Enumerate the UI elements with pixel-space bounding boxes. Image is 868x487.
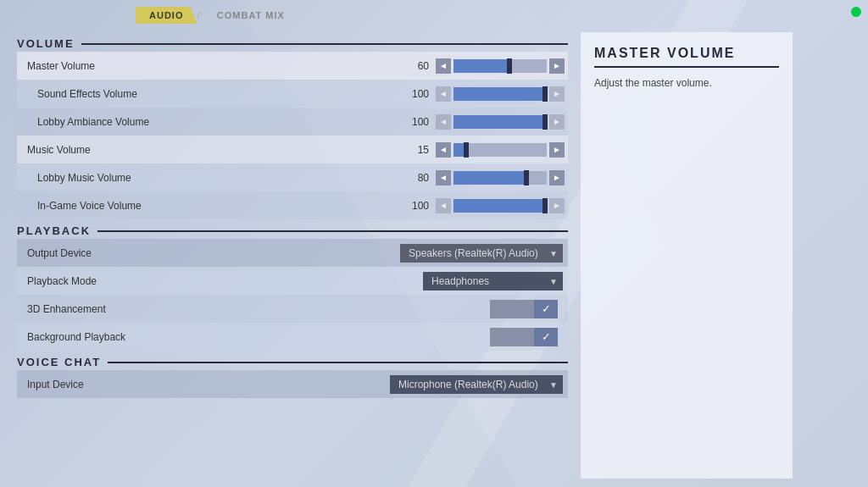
lobby-ambiance-track[interactable]	[453, 115, 547, 129]
master-volume-increase[interactable]: ►	[549, 58, 565, 74]
3d-enhancement-checkbox-cell: ✓	[490, 300, 563, 318]
sfx-volume-label: Sound Effects Volume	[27, 88, 400, 100]
playback-section-title: PLAYBACK	[17, 224, 97, 237]
content-area: VOLUME Master Volume 60 ◄ ►	[0, 24, 868, 487]
playback-mode-label: Playback Mode	[17, 275, 423, 287]
lobby-music-value: 80	[400, 172, 432, 184]
playback-section-header: PLAYBACK	[17, 224, 568, 237]
tab-combat-label: COMBAT MIX	[217, 10, 285, 20]
right-panel-description: Adjust the master volume.	[594, 76, 779, 91]
tab-combat[interactable]: COMBAT MIX	[200, 7, 298, 24]
ingame-voice-row: In-Game Voice Volume 100 ◄ ►	[17, 191, 568, 219]
music-volume-value: 15	[400, 144, 432, 156]
voice-chat-section: VOICE CHAT Input Device Microphone (Real…	[17, 356, 568, 398]
lobby-ambiance-decrease[interactable]: ◄	[436, 114, 451, 130]
lobby-music-label: Lobby Music Volume	[27, 172, 400, 184]
ingame-voice-track[interactable]	[453, 199, 547, 213]
3d-enhancement-label: 3D Enhancement	[17, 303, 490, 315]
left-panel: VOLUME Master Volume 60 ◄ ►	[17, 32, 568, 479]
sfx-volume-track[interactable]	[453, 87, 547, 101]
master-volume-row: Master Volume 60 ◄ ►	[17, 52, 568, 80]
voice-chat-section-title: VOICE CHAT	[17, 356, 108, 368]
volume-section-title: VOLUME	[17, 37, 81, 50]
status-indicator	[851, 7, 861, 17]
music-volume-label: Music Volume	[17, 144, 400, 156]
tab-bar: AUDIO / COMBAT MIX	[0, 0, 868, 24]
right-panel-title: MASTER VOLUME	[594, 46, 779, 68]
master-volume-label: Master Volume	[17, 60, 400, 72]
voice-chat-section-line	[108, 362, 568, 363]
background-playback-track[interactable]: ✓	[490, 328, 558, 346]
ingame-voice-label: In-Game Voice Volume	[27, 200, 400, 212]
lobby-ambiance-increase[interactable]: ►	[549, 114, 565, 130]
tab-audio[interactable]: AUDIO	[136, 7, 197, 24]
3d-enhancement-check: ✓	[534, 300, 558, 318]
sfx-volume-value: 100	[400, 88, 432, 100]
lobby-music-track[interactable]	[453, 171, 547, 185]
output-device-dropdown-wrapper: Speakers (Realtek(R) Audio) ▼	[400, 244, 563, 263]
ingame-voice-decrease[interactable]: ◄	[436, 198, 451, 213]
output-device-row: Output Device Speakers (Realtek(R) Audio…	[17, 239, 568, 267]
3d-enhancement-row: 3D Enhancement ✓	[17, 295, 568, 323]
lobby-music-increase[interactable]: ►	[549, 170, 565, 185]
master-volume-track[interactable]	[453, 59, 547, 73]
right-panel: MASTER VOLUME Adjust the master volume.	[581, 32, 793, 479]
playback-section-line	[97, 230, 568, 232]
background-playback-checkbox-cell: ✓	[490, 328, 563, 346]
lobby-ambiance-value: 100	[400, 116, 432, 128]
voice-chat-section-header: VOICE CHAT	[17, 356, 568, 368]
playback-section: PLAYBACK Output Device Speakers (Realtek…	[17, 224, 568, 351]
master-volume-value: 60	[400, 60, 432, 72]
music-volume-increase[interactable]: ►	[549, 142, 565, 158]
volume-section: VOLUME Master Volume 60 ◄ ►	[17, 37, 568, 219]
lobby-music-decrease[interactable]: ◄	[436, 170, 451, 185]
sfx-volume-row: Sound Effects Volume 100 ◄ ►	[17, 80, 568, 108]
input-device-row: Input Device Microphone (Realtek(R) Audi…	[17, 370, 568, 398]
music-volume-decrease[interactable]: ◄	[436, 142, 451, 158]
playback-mode-dropdown-wrapper: Headphones Stereo Surround ▼	[423, 272, 563, 291]
background-playback-row: Background Playback ✓	[17, 323, 568, 351]
master-volume-decrease[interactable]: ◄	[436, 58, 451, 74]
input-device-dropdown[interactable]: Microphone (Realtek(R) Audio) Default	[390, 375, 563, 394]
ingame-voice-value: 100	[400, 200, 432, 212]
background-playback-label: Background Playback	[17, 331, 490, 343]
ingame-voice-increase[interactable]: ►	[549, 198, 565, 213]
playback-mode-dropdown[interactable]: Headphones Stereo Surround	[423, 272, 563, 291]
music-volume-track[interactable]	[453, 143, 547, 157]
background-playback-check: ✓	[534, 328, 558, 346]
sfx-volume-increase[interactable]: ►	[549, 86, 565, 102]
input-device-label: Input Device	[17, 379, 390, 390]
sfx-volume-decrease[interactable]: ◄	[436, 86, 451, 102]
lobby-ambiance-row: Lobby Ambiance Volume 100 ◄ ►	[17, 108, 568, 136]
playback-mode-row: Playback Mode Headphones Stereo Surround…	[17, 267, 568, 295]
lobby-ambiance-label: Lobby Ambiance Volume	[27, 116, 400, 128]
tab-audio-label: AUDIO	[149, 10, 183, 20]
volume-section-line	[81, 43, 568, 45]
volume-section-header: VOLUME	[17, 37, 568, 50]
lobby-music-row: Lobby Music Volume 80 ◄ ►	[17, 163, 568, 191]
3d-enhancement-track[interactable]: ✓	[490, 300, 558, 318]
input-device-dropdown-wrapper: Microphone (Realtek(R) Audio) Default ▼	[390, 375, 563, 394]
music-volume-row: Music Volume 15 ◄ ►	[17, 136, 568, 163]
output-device-label: Output Device	[17, 247, 400, 259]
output-device-dropdown[interactable]: Speakers (Realtek(R) Audio)	[400, 244, 563, 263]
